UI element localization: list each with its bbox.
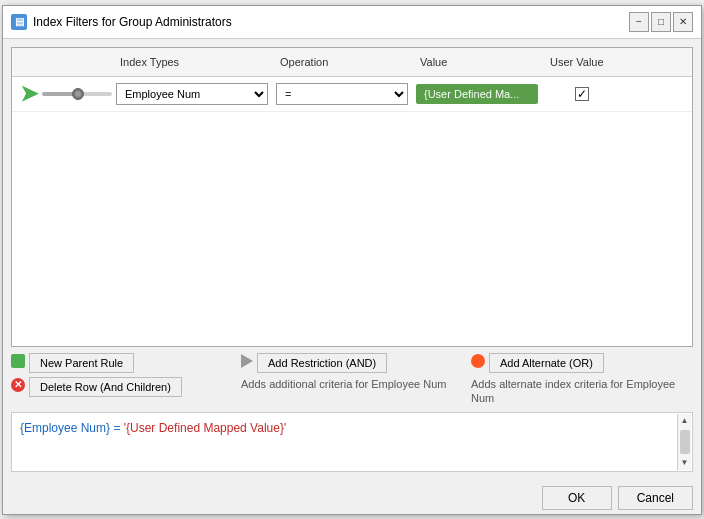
col-header-1: [12, 52, 112, 72]
table-row: ➤ Employee Num: [12, 77, 692, 112]
new-parent-rule-icon: [11, 354, 25, 368]
row-arrow-icon: ➤: [20, 81, 38, 107]
title-bar-left: ▤ Index Filters for Group Administrators: [11, 14, 232, 30]
add-alternate-icon: [471, 354, 485, 368]
footer: OK Cancel: [3, 480, 701, 514]
add-restriction-group: Add Restriction (AND): [241, 353, 463, 373]
delete-row-group: ✕ Delete Row (And Children): [11, 377, 233, 406]
delete-row-button[interactable]: Delete Row (And Children): [29, 377, 182, 397]
filter-table: Index Types Operation Value User Value ➤: [11, 47, 693, 347]
index-type-cell[interactable]: Employee Num: [112, 81, 272, 107]
button-row-2: ✕ Delete Row (And Children) Adds additio…: [11, 377, 693, 406]
expression-area: {Employee Num} = '{User Defined Mapped V…: [11, 412, 693, 472]
cancel-button[interactable]: Cancel: [618, 486, 693, 510]
expression-field: {Employee Num}: [20, 421, 110, 435]
scroll-thumb[interactable]: [680, 430, 690, 454]
new-parent-rule-button[interactable]: New Parent Rule: [29, 353, 134, 373]
window-icon: ▤: [11, 14, 27, 30]
scroll-down-arrow[interactable]: ▼: [678, 456, 691, 470]
table-body: ➤ Employee Num: [12, 77, 692, 346]
expression-text: {Employee Num} = '{User Defined Mapped V…: [20, 421, 286, 435]
add-restriction-desc: Adds additional criteria for Employee Nu…: [241, 377, 446, 391]
main-window: ▤ Index Filters for Group Administrators…: [2, 5, 702, 515]
add-alternate-group: Add Alternate (OR): [471, 353, 693, 373]
main-content: Index Types Operation Value User Value ➤: [3, 39, 701, 480]
add-alternate-desc-group: Adds alternate index criteria for Employ…: [471, 377, 693, 406]
ok-button[interactable]: OK: [542, 486, 612, 510]
operation-cell[interactable]: =: [272, 81, 412, 107]
button-row-1: New Parent Rule Add Restriction (AND) Ad…: [11, 353, 693, 373]
title-bar: ▤ Index Filters for Group Administrators…: [3, 6, 701, 39]
add-restriction-desc-group: Adds additional criteria for Employee Nu…: [241, 377, 463, 406]
maximize-button[interactable]: □: [651, 12, 671, 32]
value-cell[interactable]: {User Defined Ma...: [412, 82, 542, 106]
user-value-cell[interactable]: ✓: [542, 87, 622, 101]
row-controls: ➤: [12, 81, 112, 107]
add-restriction-icon: [241, 354, 253, 368]
new-parent-rule-group: New Parent Rule: [11, 353, 233, 373]
window-title: Index Filters for Group Administrators: [33, 15, 232, 29]
index-type-select[interactable]: Employee Num: [116, 83, 268, 105]
slider-thumb[interactable]: [72, 88, 84, 100]
slider-control[interactable]: [42, 92, 112, 96]
table-header: Index Types Operation Value User Value: [12, 48, 692, 77]
minimize-button[interactable]: −: [629, 12, 649, 32]
operation-select[interactable]: =: [276, 83, 408, 105]
scroll-up-arrow[interactable]: ▲: [678, 414, 691, 428]
expression-operator: =: [110, 421, 124, 435]
value-display[interactable]: {User Defined Ma...: [416, 84, 538, 104]
expression-value: '{User Defined Mapped Value}': [124, 421, 286, 435]
col-header-index-types: Index Types: [112, 52, 272, 72]
vertical-scrollbar[interactable]: ▲ ▼: [677, 414, 691, 470]
slider-track[interactable]: [42, 92, 112, 96]
add-alternate-button[interactable]: Add Alternate (OR): [489, 353, 604, 373]
col-header-value: Value: [412, 52, 542, 72]
add-restriction-button[interactable]: Add Restriction (AND): [257, 353, 387, 373]
col-header-user-value: User Value: [542, 52, 622, 72]
close-button[interactable]: ✕: [673, 12, 693, 32]
col-header-operation: Operation: [272, 52, 412, 72]
button-area: New Parent Rule Add Restriction (AND) Ad…: [11, 353, 693, 406]
title-controls: − □ ✕: [629, 12, 693, 32]
delete-row-icon: ✕: [11, 378, 25, 392]
add-alternate-desc: Adds alternate index criteria for Employ…: [471, 377, 693, 406]
user-value-checkbox[interactable]: ✓: [575, 87, 589, 101]
